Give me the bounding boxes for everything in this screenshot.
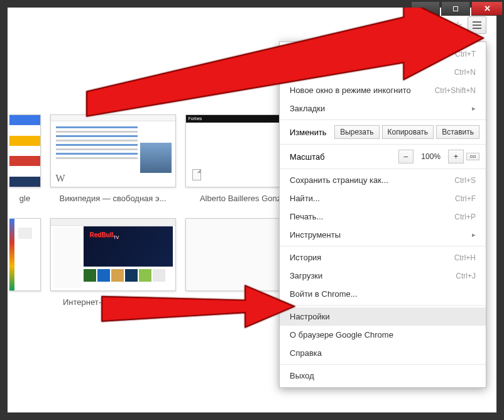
menu-separator bbox=[280, 169, 486, 169]
menu-exit[interactable]: Выход bbox=[280, 367, 486, 385]
menu-label: Сохранить страницу как... bbox=[290, 175, 388, 185]
menu-label: Найти... bbox=[290, 194, 320, 203]
menu-label: Новое окно в режиме инкогнито bbox=[290, 86, 411, 95]
menu-separator bbox=[280, 246, 486, 246]
menu-settings[interactable]: Настройки bbox=[280, 307, 486, 326]
menu-label: Новая вкладка bbox=[290, 49, 346, 58]
thumb-caption: Википедия — свободная э... bbox=[60, 194, 167, 203]
menu-label: История bbox=[290, 253, 321, 262]
menu-shortcut: Ctrl+J bbox=[456, 272, 476, 280]
close-button[interactable]: ✕ bbox=[471, 2, 503, 16]
fullscreen-button[interactable] bbox=[466, 153, 479, 160]
main-menu: Новая вкладка Ctrl+T Новое окно Ctrl+N Н… bbox=[279, 41, 486, 388]
copy-button[interactable]: Копировать bbox=[382, 125, 434, 139]
menu-zoom: Масштаб – 100% + bbox=[280, 146, 486, 167]
chevron-right-icon: ▸ bbox=[472, 231, 476, 239]
menu-new-window[interactable]: Новое окно Ctrl+N bbox=[280, 63, 486, 81]
document-icon bbox=[192, 169, 201, 180]
thumb-caption: Интернет-магазин Chrome bbox=[63, 297, 163, 307]
menu-about[interactable]: О браузере Google Chrome bbox=[280, 326, 486, 344]
menu-find[interactable]: Найти... Ctrl+F bbox=[280, 189, 486, 207]
menu-button[interactable] bbox=[468, 16, 486, 34]
browser-window: ✕ ☆ gle bbox=[0, 0, 504, 420]
cut-button[interactable]: Вырезать bbox=[334, 125, 379, 139]
menu-shortcut: Ctrl+H bbox=[454, 253, 476, 262]
paste-button[interactable]: Вставить bbox=[436, 125, 479, 139]
menu-label: О браузере Google Chrome bbox=[290, 330, 393, 340]
menu-separator bbox=[280, 119, 486, 120]
menu-label: Войти в Chrome... bbox=[290, 289, 358, 299]
menu-label: Выход bbox=[290, 371, 314, 380]
thumb-google[interactable]: gle bbox=[8, 114, 42, 203]
menu-separator bbox=[280, 305, 486, 306]
menu-downloads[interactable]: Загрузки Ctrl+J bbox=[280, 267, 486, 285]
menu-label: Печать... bbox=[290, 212, 323, 221]
toolbar-right: ☆ bbox=[451, 16, 486, 34]
menu-label: Новое окно bbox=[290, 67, 333, 77]
redbull-sub: TV bbox=[113, 235, 119, 240]
zoom-percent: 100% bbox=[416, 152, 446, 161]
menu-label: Инструменты bbox=[290, 230, 341, 240]
bookmark-star-icon[interactable]: ☆ bbox=[451, 19, 464, 31]
menu-shortcut: Ctrl+N bbox=[454, 68, 476, 77]
menu-save-as[interactable]: Сохранить страницу как... Ctrl+S bbox=[280, 171, 486, 189]
zoom-out-button[interactable]: – bbox=[398, 150, 414, 163]
window-controls: ✕ bbox=[411, 2, 503, 16]
menu-shortcut: Ctrl+S bbox=[454, 176, 476, 185]
menu-separator bbox=[280, 144, 486, 145]
menu-history[interactable]: История Ctrl+H bbox=[280, 248, 486, 267]
menu-shortcut: Ctrl+F bbox=[455, 194, 476, 203]
chevron-right-icon: ▸ bbox=[472, 104, 476, 113]
menu-shortcut: Ctrl+T bbox=[455, 50, 476, 58]
thumb-caption: gle bbox=[19, 194, 30, 203]
menu-signin[interactable]: Войти в Chrome... bbox=[280, 285, 486, 303]
wikipedia-logo-icon: W bbox=[56, 173, 65, 184]
menu-print[interactable]: Печать... Ctrl+P bbox=[280, 207, 486, 226]
menu-label: Справка bbox=[290, 348, 322, 358]
menu-label: Настройки bbox=[290, 312, 330, 321]
menu-shortcut: Ctrl+P bbox=[454, 213, 476, 221]
menu-bookmarks[interactable]: Закладки ▸ bbox=[280, 99, 486, 118]
menu-incognito[interactable]: Новое окно в режиме инкогнито Ctrl+Shift… bbox=[280, 81, 486, 99]
zoom-in-button[interactable]: + bbox=[448, 150, 464, 163]
thumb-partial-2[interactable] bbox=[8, 218, 42, 307]
minimize-button[interactable] bbox=[411, 2, 440, 16]
menu-label: Масштаб bbox=[290, 152, 325, 162]
menu-help[interactable]: Справка bbox=[280, 344, 486, 362]
menu-label: Изменить bbox=[290, 128, 327, 137]
menu-separator bbox=[280, 364, 486, 365]
thumb-chrome-store[interactable]: RedBullTV Интернет-магазин Chrome bbox=[48, 218, 177, 307]
menu-tools[interactable]: Инструменты ▸ bbox=[280, 226, 486, 244]
menu-edit: Изменить Вырезать Копировать Вставить bbox=[280, 122, 486, 142]
menu-label: Закладки bbox=[290, 104, 325, 113]
menu-label: Загрузки bbox=[290, 271, 322, 280]
menu-shortcut: Ctrl+Shift+N bbox=[435, 86, 476, 95]
redbull-label: RedBull bbox=[90, 231, 114, 238]
thumb-wikipedia[interactable]: W Википедия — свободная э... bbox=[48, 114, 177, 203]
maximize-button[interactable] bbox=[441, 2, 470, 16]
menu-new-tab[interactable]: Новая вкладка Ctrl+T bbox=[280, 45, 486, 63]
new-tab-thumbnails: gle W Википедия — свободная э... Forbes … bbox=[8, 114, 201, 307]
